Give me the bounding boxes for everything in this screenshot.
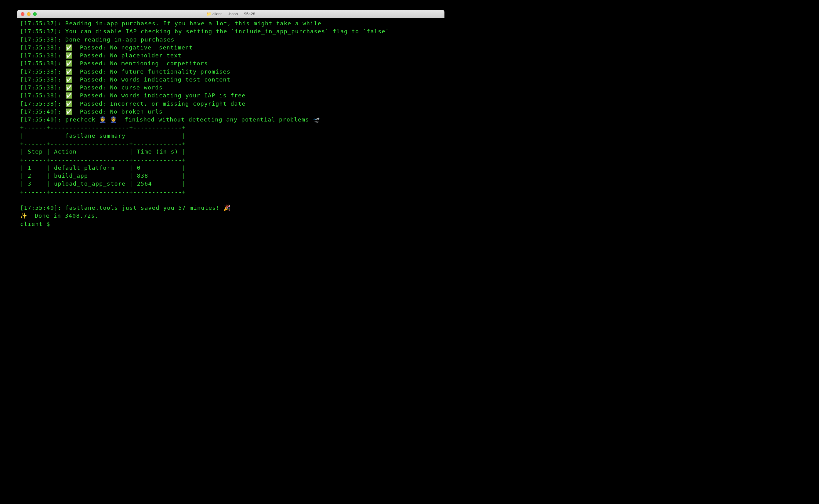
log-line: [17:55:38]: ✅ Passed: No curse words — [20, 84, 441, 92]
log-line: [17:55:38]: ✅ Passed: No words indicatin… — [20, 76, 441, 84]
log-text: finished without detecting any potential… — [117, 116, 313, 123]
party-icon: 🎉 — [223, 205, 230, 211]
check-icon: ✅ — [65, 84, 72, 91]
log-line: [17:55:38]: ✅ Passed: No negative sentim… — [20, 44, 441, 52]
check-icon: ✅ — [65, 52, 72, 59]
check-icon: ✅ — [65, 60, 72, 67]
check-icon: ✅ — [65, 100, 72, 107]
table-row: | 3 | upload_to_app_store | 2564 | — [20, 180, 441, 188]
log-text: [17:55:40]: fastlane.tools just saved yo… — [20, 205, 223, 211]
table-border: +------+---------------------+----------… — [20, 140, 441, 148]
log-text: Passed: No future functionality promises — [72, 68, 230, 75]
log-line: [17:55:38]: ✅ Passed: No placeholder tex… — [20, 52, 441, 60]
timestamp: [17:55:38]: — [20, 52, 65, 59]
check-icon: ✅ — [65, 68, 72, 75]
table-row: | 2 | build_app | 838 | — [20, 172, 441, 180]
log-line: ✨ Done in 3408.72s. — [20, 212, 441, 220]
log-line: [17:55:38]: ✅ Passed: No mentioning comp… — [20, 60, 441, 67]
cop-icon: 👮 — [110, 116, 117, 123]
log-line: [17:55:37]: You can disable IAP checking… — [20, 27, 441, 35]
log-text: Passed: Incorrect, or missing copyright … — [72, 100, 246, 107]
log-line: [17:55:38]: ✅ Passed: No words indicatin… — [20, 92, 441, 100]
table-row: | 1 | default_platform | 0 | — [20, 164, 441, 172]
timestamp: [17:55:38]: — [20, 44, 65, 51]
log-text: Passed: No placeholder text — [72, 52, 182, 59]
timestamp: [17:55:38]: — [20, 100, 65, 107]
check-icon: ✅ — [65, 108, 72, 115]
log-text: Passed: No words indicating your IAP is … — [72, 92, 246, 99]
maximize-button[interactable] — [33, 12, 37, 16]
table-border: +------+---------------------+----------… — [20, 188, 441, 196]
log-text: Done in 3408.72s. — [27, 212, 99, 219]
terminal-body[interactable]: [17:55:37]: Reading in-app purchases. If… — [17, 18, 444, 256]
table-border: +------+---------------------+----------… — [20, 156, 441, 164]
timestamp: [17:55:38]: — [20, 60, 65, 67]
close-button[interactable] — [21, 12, 24, 16]
log-line: [17:55:40]: precheck 👮 👮 finished withou… — [20, 116, 441, 124]
terminal-window: 📁 client — -bash — 95×28 [17:55:37]: Rea… — [17, 10, 444, 256]
log-line: [17:55:40]: fastlane.tools just saved yo… — [20, 204, 441, 212]
prompt-line[interactable]: client $ — [20, 220, 441, 228]
log-line: [17:55:38]: ✅ Passed: Incorrect, or miss… — [20, 100, 441, 108]
log-line: [17:55:38]: ✅ Passed: No future function… — [20, 68, 441, 76]
table-title: | fastlane summary | — [20, 132, 441, 140]
plane-icon: 🛫 — [313, 116, 320, 123]
title-bar[interactable]: 📁 client — -bash — 95×28 — [17, 10, 444, 18]
timestamp: [17:55:40]: precheck — [20, 116, 99, 123]
log-text: Passed: No curse words — [72, 84, 163, 91]
blank-line — [20, 196, 441, 204]
log-line: [17:55:38]: Done reading in-app purchase… — [20, 36, 441, 44]
check-icon: ✅ — [65, 76, 72, 83]
timestamp: [17:55:38]: — [20, 76, 65, 83]
title-label: client — -bash — 95×28 — [212, 12, 255, 16]
timestamp: [17:55:38]: — [20, 68, 65, 75]
table-header: | Step | Action | Time (in s) | — [20, 148, 441, 156]
check-icon: ✅ — [65, 92, 72, 99]
cop-icon: 👮 — [99, 116, 106, 123]
timestamp: [17:55:38]: — [20, 84, 65, 91]
window-title: 📁 client — -bash — 95×28 — [206, 12, 255, 16]
log-text: Passed: No words indicating test content — [72, 76, 230, 83]
table-border: +------+---------------------+----------… — [20, 124, 441, 132]
log-line: [17:55:37]: Reading in-app purchases. If… — [20, 20, 441, 27]
timestamp: [17:55:40]: — [20, 108, 65, 115]
check-icon: ✅ — [65, 44, 72, 51]
log-line: [17:55:40]: ✅ Passed: No broken urls — [20, 108, 441, 116]
sparkle-icon: ✨ — [20, 212, 27, 219]
log-text: Passed: No negative sentiment — [72, 44, 193, 51]
log-text: Passed: No mentioning competitors — [72, 60, 208, 67]
log-text: Passed: No broken urls — [72, 108, 163, 115]
traffic-lights — [17, 12, 37, 16]
minimize-button[interactable] — [27, 12, 31, 16]
folder-icon: 📁 — [206, 12, 211, 16]
timestamp: [17:55:38]: — [20, 92, 65, 99]
